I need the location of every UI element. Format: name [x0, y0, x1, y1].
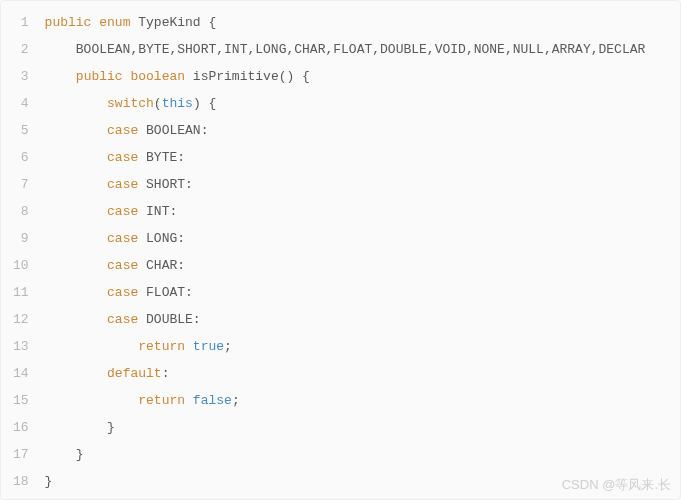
line-number: 8 [13, 198, 29, 225]
line-number: 16 [13, 414, 29, 441]
line-number: 9 [13, 225, 29, 252]
line-number: 15 [13, 387, 29, 414]
line-number: 13 [13, 333, 29, 360]
code-line: case CHAR: [45, 252, 680, 279]
line-number: 5 [13, 117, 29, 144]
code-line: case FLOAT: [45, 279, 680, 306]
line-number: 10 [13, 252, 29, 279]
line-number: 7 [13, 171, 29, 198]
line-number-gutter: 123456789101112131415161718 [1, 9, 37, 491]
code-content[interactable]: public enum TypeKind { BOOLEAN,BYTE,SHOR… [37, 9, 680, 491]
line-number: 11 [13, 279, 29, 306]
line-number: 12 [13, 306, 29, 333]
line-number: 2 [13, 36, 29, 63]
code-line: } [45, 414, 680, 441]
code-line: switch(this) { [45, 90, 680, 117]
code-block: 123456789101112131415161718 public enum … [0, 0, 681, 500]
code-line: return true; [45, 333, 680, 360]
code-line: } [45, 441, 680, 468]
line-number: 1 [13, 9, 29, 36]
code-line: case DOUBLE: [45, 306, 680, 333]
code-line: public enum TypeKind { [45, 9, 680, 36]
code-line: case SHORT: [45, 171, 680, 198]
code-line: case LONG: [45, 225, 680, 252]
line-number: 3 [13, 63, 29, 90]
line-number: 4 [13, 90, 29, 117]
line-number: 18 [13, 468, 29, 495]
code-line: BOOLEAN,BYTE,SHORT,INT,LONG,CHAR,FLOAT,D… [45, 36, 680, 63]
code-line: public boolean isPrimitive() { [45, 63, 680, 90]
code-line: case INT: [45, 198, 680, 225]
line-number: 17 [13, 441, 29, 468]
code-line: } [45, 468, 680, 491]
code-line: return false; [45, 387, 680, 414]
code-line: default: [45, 360, 680, 387]
code-line: case BOOLEAN: [45, 117, 680, 144]
line-number: 6 [13, 144, 29, 171]
line-number: 14 [13, 360, 29, 387]
code-line: case BYTE: [45, 144, 680, 171]
